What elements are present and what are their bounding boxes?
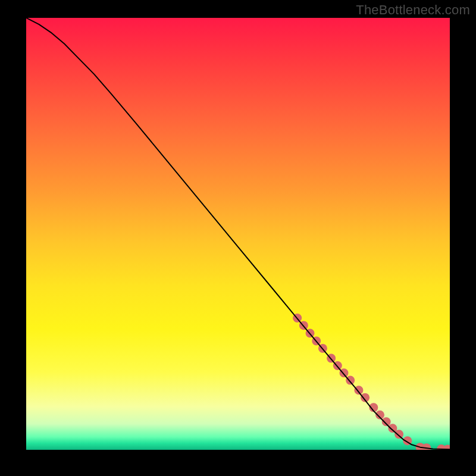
watermark-text: TheBottleneck.com [356, 2, 470, 18]
marker-points [293, 314, 450, 450]
marker-point [354, 386, 363, 394]
chart-svg [26, 18, 450, 450]
plot-area [26, 18, 450, 450]
marker-point [382, 417, 391, 426]
chart-frame: TheBottleneck.com [0, 0, 476, 476]
chart-curve [26, 18, 450, 449]
marker-point [394, 430, 403, 439]
